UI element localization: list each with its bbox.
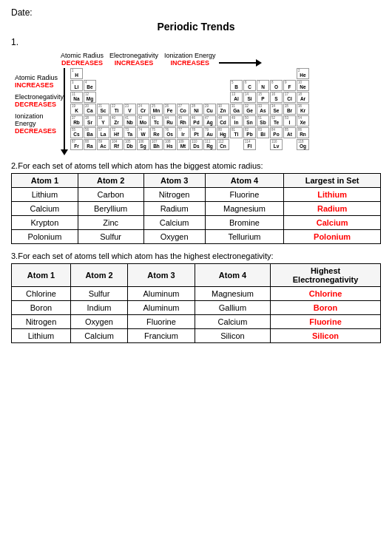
element-cell-sc: 21Sc xyxy=(97,104,109,115)
empty-cell xyxy=(283,139,296,150)
element-cell-li: 3Li xyxy=(70,80,83,91)
data-cell: Nitrogen xyxy=(143,188,205,202)
element-cell-f: 9F xyxy=(283,80,296,91)
table-row: PoloniumSulfurOxygenTelluriumPolonium xyxy=(12,230,381,244)
answer-cell: Boron xyxy=(271,301,381,315)
element-cell-ne: 10Ne xyxy=(297,80,309,91)
element-cell-pt: 78Pt xyxy=(190,127,203,138)
data-cell: Krypton xyxy=(12,216,78,230)
element-cell-rf: 104Rf xyxy=(110,139,123,150)
data-cell: Magnesium xyxy=(195,287,270,301)
element-cell-cs: 55Cs xyxy=(70,127,83,138)
answer-cell: Lithium xyxy=(284,188,381,202)
empty-cell xyxy=(283,68,296,79)
empty-cell xyxy=(177,68,189,79)
element-cell-v: 23V xyxy=(124,104,136,115)
left-ionization-energy-label: Ionization Energy xyxy=(15,112,59,127)
element-cell-ag: 47Ag xyxy=(203,115,216,126)
section-2-table: Atom 1Atom 2Atom 3Atom 4Largest in Set L… xyxy=(11,173,381,244)
element-cell-ni: 28Ni xyxy=(190,104,203,115)
answer-cell: Chlorine xyxy=(271,287,381,301)
element-cell-se: 34Se xyxy=(270,104,283,115)
element-cell-fr: 87Fr xyxy=(70,139,83,150)
empty-cell xyxy=(163,68,176,79)
element-cell-tl: 81Tl xyxy=(230,127,243,138)
electronegativity-trend-box: Electronegativity INCREASES xyxy=(109,52,158,67)
data-cell: Indium xyxy=(70,301,127,315)
left-atomic-radius-label: Atomic Radius xyxy=(15,74,59,81)
data-cell: Calcium xyxy=(143,216,205,230)
empty-cell xyxy=(110,92,123,103)
answer-cell: Radium xyxy=(284,202,381,216)
empty-cell xyxy=(150,68,163,79)
element-cell-cu: 29Cu xyxy=(203,104,216,115)
empty-cell xyxy=(230,139,243,150)
element-cell-al: 13Al xyxy=(230,92,243,103)
empty-cell xyxy=(84,68,96,79)
left-ionization-energy-box: Ionization Energy DECREASES xyxy=(15,112,59,135)
element-cell-sg: 106Sg xyxy=(137,139,149,150)
table-row: KryptonZincCalciumBromineCalcium xyxy=(12,216,381,230)
element-cell-po: 84Po xyxy=(270,127,283,138)
empty-cell xyxy=(97,92,109,103)
empty-cell xyxy=(270,68,283,79)
element-cell-ge: 32Ge xyxy=(243,104,256,115)
data-cell: Chlorine xyxy=(12,287,71,301)
empty-cell xyxy=(163,80,176,91)
table-row: NitrogenOxygenFluorineCalciumFluorine xyxy=(12,315,381,329)
element-cell-xe: 54Xe xyxy=(297,115,309,126)
data-cell: Nitrogen xyxy=(12,315,71,329)
empty-cell xyxy=(150,92,163,103)
answer-cell: Polonium xyxy=(284,230,381,244)
section-3-table: Atom 1Atom 2Atom 3Atom 4HighestElectrone… xyxy=(11,263,381,343)
section-1-label: 1. xyxy=(11,37,381,47)
data-cell: Sulfur xyxy=(70,287,127,301)
empty-cell xyxy=(177,92,189,103)
down-trend-arrow xyxy=(61,68,68,155)
empty-cell xyxy=(110,80,123,91)
empty-cell xyxy=(97,80,109,91)
element-cell-p: 15P xyxy=(257,92,269,103)
ionization-energy-trend-label: Ionization Energy xyxy=(164,52,216,59)
empty-cell xyxy=(177,80,189,91)
data-cell: Radium xyxy=(143,202,205,216)
element-cell-b: 5B xyxy=(230,80,243,91)
element-cell-ti: 22Ti xyxy=(110,104,123,115)
empty-cell xyxy=(163,92,176,103)
empty-cell xyxy=(137,68,149,79)
table-header: Atom 4 xyxy=(205,174,284,188)
table-row: LithiumCarbonNitrogenFluorineLithium xyxy=(12,188,381,202)
element-cell-cr: 24Cr xyxy=(137,104,149,115)
empty-cell xyxy=(257,139,269,150)
atomic-radius-trend-label: Atomic Radius xyxy=(61,52,104,59)
element-cell-as: 33As xyxy=(257,104,269,115)
left-electronegativity-direction: DECREASES xyxy=(15,101,59,108)
empty-cell xyxy=(257,68,269,79)
atomic-radius-trend-direction: DECREASES xyxy=(61,59,104,67)
element-cell-ac: 89Ac xyxy=(97,139,109,150)
element-cell-ar: 18Ar xyxy=(297,92,309,103)
element-cell-lv: 116Lv xyxy=(270,139,283,150)
element-cell-co: 27Co xyxy=(177,104,189,115)
data-cell: Sulfur xyxy=(78,230,143,244)
element-cell-in: 49In xyxy=(230,115,243,126)
empty-cell xyxy=(190,92,203,103)
element-cell-rg: 111Rg xyxy=(203,139,216,150)
element-cell-hs: 108Hs xyxy=(163,139,176,150)
element-cell-n: 7N xyxy=(257,80,269,91)
data-cell: Fluorine xyxy=(205,188,284,202)
data-cell: Lithium xyxy=(12,188,78,202)
empty-cell xyxy=(190,68,203,79)
table-header: Atom 2 xyxy=(70,264,127,287)
empty-cell xyxy=(230,68,243,79)
data-cell: Tellurium xyxy=(205,230,284,244)
data-cell: Calcium xyxy=(195,315,270,329)
element-cell-hg: 80Hg xyxy=(217,127,229,138)
empty-cell xyxy=(124,92,136,103)
element-cell-nb: 41Nb xyxy=(124,115,136,126)
empty-cell xyxy=(217,92,229,103)
element-cell-ds: 110Ds xyxy=(190,139,203,150)
element-cell-y: 39Y xyxy=(97,115,109,126)
table-header: Atom 4 xyxy=(195,264,270,287)
element-cell-br: 35Br xyxy=(283,104,296,115)
